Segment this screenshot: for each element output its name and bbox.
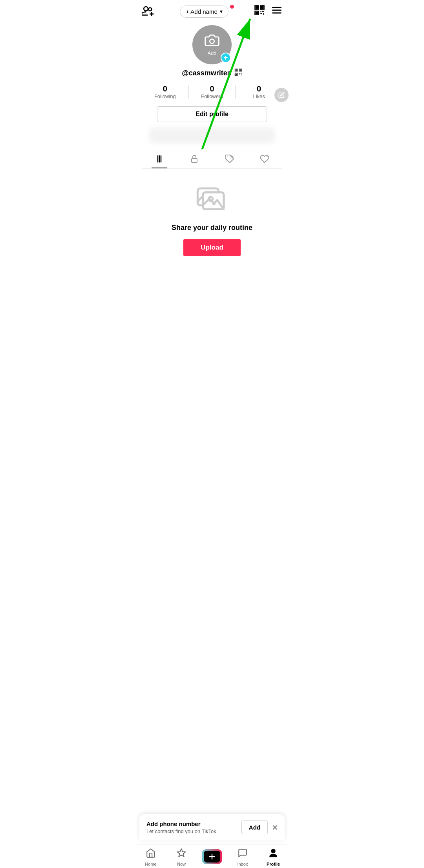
svg-rect-5 <box>261 7 263 9</box>
tab-tagged[interactable] <box>212 150 247 168</box>
svg-rect-10 <box>260 13 262 14</box>
svg-rect-17 <box>236 69 237 71</box>
profile-section: Add + @cassmwrites <box>135 21 289 169</box>
tab-locked[interactable] <box>177 150 212 168</box>
username: @cassmwrites <box>182 68 242 78</box>
following-label: Following <box>154 93 176 99</box>
svg-rect-25 <box>241 75 241 76</box>
svg-rect-3 <box>256 7 258 9</box>
chevron-down-icon: ▾ <box>220 8 223 15</box>
followers-count: 0 <box>210 84 214 93</box>
likes-count: 0 <box>257 84 261 93</box>
add-user-button[interactable] <box>142 5 154 18</box>
following-count: 0 <box>163 84 167 93</box>
top-bar: + Add name ▾ <box>135 0 289 21</box>
upload-button[interactable]: Upload <box>183 239 241 256</box>
svg-rect-19 <box>240 69 241 71</box>
stats-row: 0 Following 0 Followers 0 Likes <box>142 84 282 99</box>
tabs-row <box>142 150 282 169</box>
svg-rect-21 <box>236 74 237 75</box>
add-photo-label: Add <box>207 50 216 56</box>
svg-rect-23 <box>241 73 242 74</box>
stat-followers[interactable]: 0 Followers <box>189 84 236 99</box>
empty-state-title: Share your daily routine <box>172 224 252 232</box>
notification-dot <box>230 5 234 9</box>
svg-rect-7 <box>256 12 258 14</box>
svg-rect-8 <box>260 11 261 12</box>
likes-label: Likes <box>253 93 265 99</box>
svg-rect-22 <box>239 73 240 74</box>
add-name-label: + Add name <box>186 8 217 15</box>
svg-rect-9 <box>262 11 264 12</box>
svg-rect-29 <box>192 159 197 162</box>
qr-icon[interactable] <box>254 5 265 18</box>
add-name-button[interactable]: + Add name ▾ <box>180 5 228 18</box>
main-content: Share your daily routine Upload <box>135 169 289 264</box>
tab-videos[interactable] <box>142 150 177 168</box>
plus-badge[interactable]: + <box>221 53 231 63</box>
tab-liked[interactable] <box>247 150 283 168</box>
svg-rect-11 <box>263 13 264 15</box>
menu-button[interactable] <box>271 5 282 18</box>
edit-profile-button[interactable]: Edit profile <box>157 106 267 122</box>
edit-float-button[interactable] <box>274 88 289 102</box>
stat-following[interactable]: 0 Following <box>142 84 188 99</box>
top-right-icons <box>254 5 282 18</box>
followers-label: Followers <box>201 93 223 99</box>
blurred-promo <box>149 128 275 143</box>
username-text: @cassmwrites <box>182 69 231 77</box>
empty-state-icon <box>196 184 228 217</box>
svg-rect-24 <box>239 75 240 75</box>
avatar[interactable]: Add + <box>192 25 232 64</box>
qr-inline-icon[interactable] <box>234 68 242 78</box>
camera-icon <box>205 34 219 49</box>
svg-point-15 <box>210 39 214 43</box>
svg-rect-37 <box>203 192 224 209</box>
